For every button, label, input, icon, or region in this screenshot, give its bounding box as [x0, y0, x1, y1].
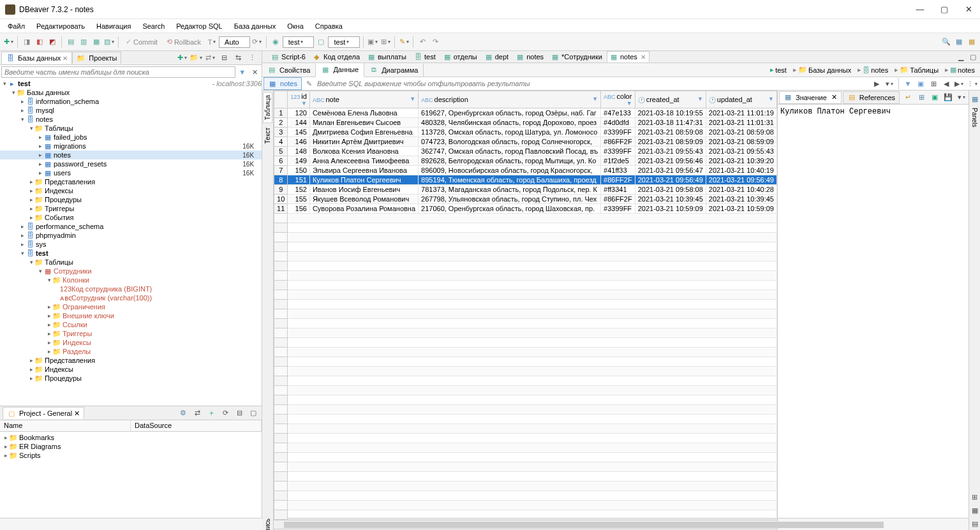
- cell-color[interactable]: #86FF2F: [601, 195, 635, 204]
- filter-history-icon[interactable]: ▾: [884, 78, 895, 89]
- row-number[interactable]: 4: [274, 137, 288, 147]
- dashboard-icon[interactable]: ▣: [367, 36, 378, 48]
- rs-ico2[interactable]: ▦: [969, 504, 981, 516]
- cell-note[interactable]: Никитин Артём Дмитриевич: [309, 137, 418, 147]
- tree-schema-pma[interactable]: ▸🗄phpmyadmin: [0, 231, 262, 240]
- tree-schema-notes[interactable]: ▾🗄notes: [0, 115, 262, 124]
- panel-menu-icon[interactable]: ⋮: [966, 78, 977, 89]
- cell-created[interactable]: 2021-03-21 09:55:43: [635, 147, 706, 156]
- tree-schema-info[interactable]: ▸🗄information_schema: [0, 97, 262, 106]
- tree-idx[interactable]: ▸📁Индексы: [0, 338, 262, 347]
- editor-tab-1[interactable]: ◆Код отдела: [310, 51, 364, 63]
- cell-id[interactable]: 156: [288, 204, 310, 214]
- tree-constraints[interactable]: ▸📁Ограничения: [0, 302, 262, 311]
- tree-test-indexes[interactable]: ▸📁Индексы: [0, 365, 262, 374]
- table-row[interactable]: 8151Куликов Платон Сергеевич895194, Тюме…: [274, 175, 777, 185]
- tree-cols-folder[interactable]: ▾📁Колонки: [0, 276, 262, 284]
- table-row[interactable]: 11156Суворова Розалина Романовна217060, …: [274, 204, 777, 214]
- cell-note[interactable]: Эльвира Сергеевна Иванова: [309, 166, 418, 175]
- project-tab[interactable]: ▢ Project - General ✕: [3, 407, 84, 419]
- cell-note[interactable]: Семёнова Елена Львовна: [309, 108, 418, 118]
- data-grid[interactable]: 123id▼ABCnote▼ABCdescription▼ABCcolor▼🕐c…: [274, 91, 777, 520]
- subtab-data[interactable]: ▦Данные: [316, 63, 364, 77]
- plug-icon[interactable]: ◨: [21, 36, 33, 48]
- tree-link2-icon[interactable]: ⇆: [232, 52, 244, 64]
- tree-fk[interactable]: ▸📁Внешние ключи: [0, 311, 262, 320]
- cell-id[interactable]: 144: [288, 118, 310, 128]
- filter-input[interactable]: [315, 78, 871, 89]
- row-number[interactable]: 7: [274, 166, 288, 175]
- maximize-button[interactable]: ▢: [938, 4, 951, 14]
- editor-tab-6[interactable]: ▦notes: [513, 51, 547, 63]
- row-number[interactable]: 10: [274, 195, 288, 204]
- cell-created[interactable]: 2021-03-21 09:56:47: [635, 166, 706, 175]
- cell-updated[interactable]: 2021-03-21 10:59:09: [706, 204, 776, 214]
- cell-updated[interactable]: 2021-03-21 08:59:09: [706, 137, 776, 147]
- filter-icon[interactable]: ▼: [237, 66, 248, 78]
- proj-er[interactable]: ▸📁ER Diagrams: [0, 442, 262, 451]
- rs-ico1[interactable]: ⊞: [969, 491, 981, 503]
- tree-col-2[interactable]: ᴀʙᴄСотрудник (varchar(100)): [0, 293, 262, 302]
- print-icon[interactable]: ⊞: [380, 36, 391, 48]
- row-number[interactable]: 1: [274, 108, 288, 118]
- cell-desc[interactable]: 267798, Ульяновская область, город Ступи…: [419, 195, 601, 204]
- crumb-1[interactable]: ▸📁Базы данных: [791, 65, 854, 75]
- cell-id[interactable]: 146: [288, 137, 310, 147]
- cell-note[interactable]: Дмитриева София Евгеньевна: [309, 128, 418, 137]
- menu-nav[interactable]: Навигация: [91, 21, 136, 31]
- panel-columns-icon[interactable]: ⊞: [928, 78, 939, 89]
- tree-schema-perf[interactable]: ▸🗄performance_schema: [0, 222, 262, 231]
- cell-id[interactable]: 148: [288, 147, 310, 156]
- tree-table-failed-jobs[interactable]: ▸▦failed_jobs: [0, 133, 262, 142]
- tree-collapse-icon[interactable]: ⊟: [218, 52, 230, 64]
- tree-link-icon[interactable]: ⇄: [204, 52, 216, 64]
- db-tree[interactable]: ▾▸test - localhost:3306 ▾📁Базы данных ▸🗄…: [0, 79, 262, 406]
- cell-id[interactable]: 151: [288, 175, 310, 185]
- cell-desc[interactable]: 217060, Оренбургская область, город Шахо…: [419, 204, 601, 214]
- menu-db[interactable]: База данных: [229, 21, 281, 31]
- close-icon[interactable]: ✕: [63, 55, 68, 62]
- reconnect-icon[interactable]: ◩: [47, 36, 58, 48]
- cell-updated[interactable]: 2021-03-21 10:39:20: [706, 156, 776, 166]
- close-icon[interactable]: ✕: [831, 93, 837, 101]
- new-connection-icon[interactable]: ✚: [3, 36, 14, 48]
- tree-col-1[interactable]: 123Код сотрудника (BIGINT): [0, 284, 262, 293]
- tree-table-users[interactable]: ▸▦users16K: [0, 168, 262, 177]
- cell-created[interactable]: 2021-03-18 11:47:31: [635, 118, 706, 128]
- cell-updated[interactable]: 2021-03-21 10:40:28: [706, 185, 776, 195]
- subtab-diag[interactable]: ⧉Диаграмма: [364, 64, 424, 77]
- new-conn-tree-icon[interactable]: ✚: [176, 52, 188, 64]
- cell-desc[interactable]: 480328, Челябинская область, город Дорох…: [419, 118, 601, 128]
- cell-note[interactable]: Суворова Розалина Романовна: [309, 204, 418, 214]
- table-row[interactable]: 10155Якушев Всеволод Романович267798, Ул…: [274, 195, 777, 204]
- cell-desc[interactable]: 619627, Оренбургская область, город Озёр…: [419, 108, 601, 118]
- cell-id[interactable]: 149: [288, 156, 310, 166]
- proj-collapse-icon[interactable]: ⊟: [234, 408, 245, 419]
- panel-back-icon[interactable]: ◀: [940, 78, 952, 89]
- clear-filter-icon[interactable]: ✕: [249, 66, 261, 78]
- vp-menu-icon[interactable]: ▾: [956, 92, 967, 103]
- row-number[interactable]: 2: [274, 118, 288, 128]
- h-scrollbar[interactable]: [274, 520, 777, 529]
- tree-schema-test[interactable]: ▾🗄test: [0, 249, 262, 258]
- tree-refs[interactable]: ▸📁Ссылки: [0, 320, 262, 329]
- col-filter-icon[interactable]: ▼: [592, 96, 598, 102]
- tree-table-employees[interactable]: ▾▦Сотрудники: [0, 267, 262, 276]
- panel-filter-icon[interactable]: ▼: [902, 78, 914, 89]
- cell-note[interactable]: Иванов Иосиф Евгеньевич: [309, 185, 418, 195]
- cell-desc[interactable]: 892628, Белгородская область, город Мыти…: [419, 156, 601, 166]
- filter-apply-icon[interactable]: ▶: [871, 78, 882, 89]
- tree-connection[interactable]: ▾▸test - localhost:3306: [0, 79, 262, 88]
- cell-note[interactable]: Волкова Ксения Ивановна: [309, 147, 418, 156]
- value-content[interactable]: Куликов Платон Сергеевич: [778, 105, 969, 530]
- editor-tab-4[interactable]: ▦отделы: [440, 51, 481, 63]
- tree-trigs[interactable]: ▸📁Триггеры: [0, 204, 262, 213]
- col-header-description[interactable]: ABCdescription▼: [419, 91, 601, 108]
- cell-updated[interactable]: 2021-03-21 11:01:19: [706, 108, 776, 118]
- cell-id[interactable]: 120: [288, 108, 310, 118]
- cell-color[interactable]: #ff3341: [601, 185, 635, 195]
- minimize-button[interactable]: —: [914, 4, 926, 14]
- cell-color[interactable]: #3399FF: [601, 147, 635, 156]
- cell-updated[interactable]: 2021-03-21 10:39:45: [706, 195, 776, 204]
- table-row[interactable]: 4146Никитин Артём Дмитриевич074723, Воло…: [274, 137, 777, 147]
